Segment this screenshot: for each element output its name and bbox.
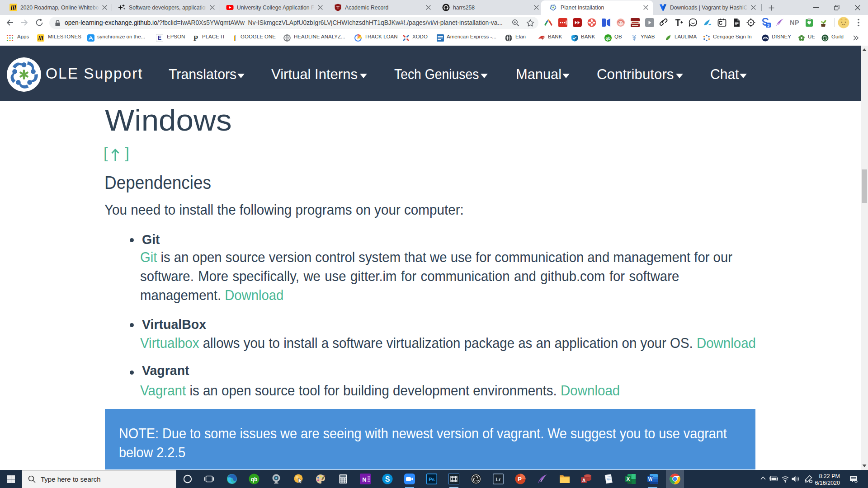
svg-text:Lr: Lr xyxy=(496,477,501,482)
svg-text:P: P xyxy=(518,476,522,483)
svg-text:X: X xyxy=(627,476,630,482)
svg-text:W: W xyxy=(648,477,653,482)
svg-text:S: S xyxy=(385,475,390,483)
svg-text:qb: qb xyxy=(251,476,258,483)
svg-text:A: A xyxy=(582,478,586,483)
svg-text:Ps: Ps xyxy=(429,477,434,482)
svg-text:3: 3 xyxy=(767,23,769,28)
svg-text:P: P xyxy=(193,34,198,42)
svg-text:qb: qb xyxy=(606,36,611,40)
svg-text:N: N xyxy=(362,476,366,483)
svg-text:E: E xyxy=(158,35,161,41)
